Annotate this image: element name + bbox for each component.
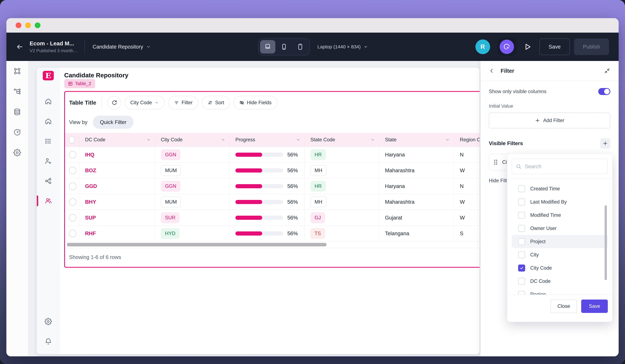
column-option[interactable]: Last Modified By <box>512 195 608 208</box>
table-row[interactable]: IHQ GGN 56% HR Haryana N <box>65 147 480 162</box>
sidebar-item-user-add[interactable] <box>37 155 60 168</box>
option-checkbox[interactable] <box>518 212 525 219</box>
search-box[interactable] <box>512 159 608 174</box>
settings-gear-icon[interactable] <box>13 149 21 156</box>
table-row[interactable]: BOZ MUM 56% MH Maharashtra W <box>65 162 480 178</box>
show-visible-columns-label: Show only visible columns <box>489 89 546 94</box>
dc-code-value: BOZ <box>85 168 96 173</box>
option-checkbox[interactable] <box>518 251 525 258</box>
editor-left-toolbar <box>6 61 28 356</box>
app-title-block[interactable]: Ecom - Lead M... V2 Published 3 month... <box>30 40 77 53</box>
chevron-left-icon[interactable] <box>489 68 495 74</box>
plus-icon <box>535 118 540 123</box>
preview-play-button[interactable] <box>524 43 532 51</box>
close-button[interactable]: Close <box>550 300 577 313</box>
option-checkbox[interactable] <box>518 198 525 205</box>
save-button[interactable]: Save <box>539 38 570 55</box>
row-checkbox[interactable] <box>69 182 76 190</box>
row-checkbox[interactable] <box>69 167 76 174</box>
row-checkbox[interactable] <box>69 214 76 222</box>
column-option[interactable]: City <box>512 248 608 261</box>
column-option[interactable]: Region <box>512 288 608 294</box>
chevron-down-icon <box>445 138 450 142</box>
column-option[interactable]: DC Code <box>512 275 608 288</box>
minimize-window-button[interactable] <box>25 23 31 28</box>
drag-handle-icon[interactable] <box>493 159 498 165</box>
user-avatar[interactable]: R <box>475 39 490 54</box>
table-widget[interactable]: Table Title City Code <box>64 91 480 268</box>
row-checkbox[interactable] <box>69 230 76 237</box>
page-selector-dropdown[interactable]: Candidate Repository <box>93 44 151 50</box>
scrollbar-thumb[interactable] <box>67 243 327 246</box>
close-window-button[interactable] <box>16 23 21 28</box>
filter-button[interactable]: Filter <box>168 96 198 110</box>
app-logo[interactable]: E <box>43 71 54 80</box>
option-checkbox[interactable] <box>518 291 525 295</box>
back-arrow-icon[interactable] <box>16 43 23 51</box>
row-checkbox[interactable] <box>69 151 76 159</box>
column-selector-dropdown[interactable]: City Code <box>125 96 165 110</box>
hide-fields-button[interactable]: Hide Fields <box>233 96 277 110</box>
canvas-size-dropdown[interactable]: Laptop (1440 × 834) <box>317 44 368 50</box>
column-option[interactable]: Project <box>512 235 608 248</box>
zoom-window-button[interactable] <box>35 23 40 28</box>
quick-filter-chip[interactable]: Quick Filter <box>93 116 133 129</box>
add-filter-button[interactable]: Add Filter <box>489 112 610 128</box>
progress-cell: 56% <box>230 210 305 225</box>
select-frame-icon[interactable] <box>13 67 21 75</box>
progress-bar <box>235 184 283 188</box>
column-header[interactable]: City Code <box>155 133 230 147</box>
column-option[interactable]: Modified Time <box>512 208 608 222</box>
flow-tree-icon[interactable] <box>13 88 21 95</box>
sidebar-item-home-alt[interactable] <box>37 115 60 128</box>
device-phone-button[interactable] <box>276 40 292 54</box>
select-all-checkbox[interactable] <box>69 136 75 143</box>
widget-name-badge[interactable]: Table_2 <box>64 79 95 88</box>
table-row[interactable]: BHY MUM 56% MH Maharashtra W <box>65 194 480 210</box>
popover-scrollbar[interactable] <box>605 205 607 280</box>
region-value: N <box>454 178 480 194</box>
database-icon[interactable] <box>13 108 21 116</box>
refresh-button[interactable] <box>107 96 121 110</box>
sort-button[interactable]: Sort <box>202 96 230 110</box>
sidebar-item-settings[interactable] <box>37 315 60 328</box>
progress-cell: 56% <box>230 163 305 178</box>
cursor-click-icon[interactable] <box>500 40 514 54</box>
column-header[interactable]: State <box>379 133 454 147</box>
column-option[interactable]: Owner User <box>512 222 608 235</box>
history-icon[interactable] <box>13 128 21 136</box>
show-visible-columns-toggle[interactable] <box>598 88 610 95</box>
column-header[interactable]: Progress <box>230 133 305 147</box>
device-laptop-button[interactable] <box>260 40 275 54</box>
table-row[interactable]: SUP SUR 56% GJ Gujarat W <box>65 210 480 225</box>
column-header[interactable]: DC Code <box>79 133 155 147</box>
table-row[interactable]: RHF HYD 56% TS Telangana S <box>65 225 480 241</box>
sidebar-item-home[interactable] <box>37 95 60 108</box>
row-checkbox[interactable] <box>69 198 76 206</box>
table-row[interactable]: GGD GGN 56% HR Haryana N <box>65 178 480 194</box>
collapse-panel-icon[interactable] <box>604 68 610 74</box>
column-header[interactable]: State Code <box>305 133 379 147</box>
progress-label: 56% <box>287 183 298 189</box>
column-header[interactable]: Region Code <box>454 133 480 147</box>
search-input[interactable] <box>525 163 604 170</box>
sidebar-item-list[interactable] <box>37 135 60 147</box>
sidebar-item-share[interactable] <box>37 175 60 187</box>
sidebar-item-notifications[interactable] <box>37 335 60 348</box>
option-checkbox[interactable] <box>518 278 525 285</box>
horizontal-scrollbar[interactable] <box>65 241 480 248</box>
option-checkbox[interactable] <box>518 185 525 192</box>
publish-button[interactable]: Publish <box>574 38 609 55</box>
option-checkbox[interactable] <box>518 238 525 245</box>
sidebar-item-people[interactable] <box>37 195 60 207</box>
interact-mode-pill <box>497 38 517 56</box>
view-by-label: View by <box>69 119 88 125</box>
column-option[interactable]: City Code <box>512 261 608 275</box>
option-checkbox[interactable] <box>518 225 525 232</box>
column-option[interactable]: Created Time <box>512 182 608 195</box>
progress-label: 56% <box>287 199 298 205</box>
option-checkbox[interactable] <box>518 265 525 272</box>
popover-save-button[interactable]: Save <box>581 300 608 313</box>
device-tablet-button[interactable] <box>293 40 308 54</box>
add-visible-filter-button[interactable] <box>600 138 610 148</box>
